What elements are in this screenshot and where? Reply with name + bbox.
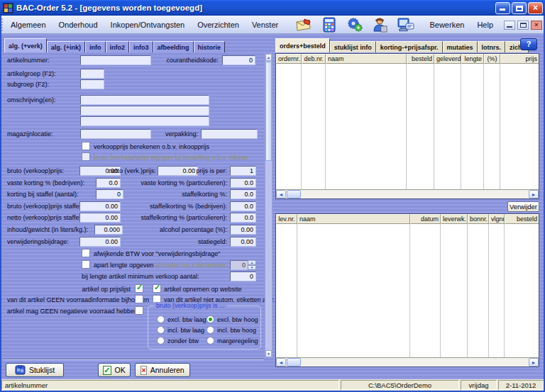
scroll-left-icon[interactable]: ◄ xyxy=(276,190,286,198)
stuklijst-button[interactable]: Stuklijst xyxy=(6,363,64,377)
tab-alg-ink[interactable]: alg. (+ink) xyxy=(47,41,85,52)
scroll-thumb[interactable] xyxy=(287,190,301,198)
apart-lengte-checkbox[interactable]: ✓ xyxy=(82,260,90,269)
col-besteld[interactable]: besteld xyxy=(407,54,434,64)
settings-gears-icon[interactable] xyxy=(346,16,364,33)
col-levnr[interactable]: lev.nr. xyxy=(276,214,297,224)
tab-info3[interactable]: info3 xyxy=(129,41,153,52)
scroll-down-icon[interactable]: ▼ xyxy=(265,350,272,357)
prijs-per-input[interactable] xyxy=(230,166,256,176)
radio-excl-btw-hoog[interactable] xyxy=(207,315,214,323)
col-naam[interactable]: naam xyxy=(297,214,410,224)
user-card-icon[interactable] xyxy=(371,16,390,33)
tab-lotnrs[interactable]: lotnrs. xyxy=(478,41,506,52)
verkoopprijs-berekenen-checkbox[interactable]: ✓ xyxy=(82,142,90,150)
orders-panel: orders+besteld stuklijst info korting-+p… xyxy=(274,34,545,379)
menu-algemeen[interactable]: Algemeen xyxy=(4,17,53,33)
minimize-icon[interactable] xyxy=(495,2,510,14)
col-besteld[interactable]: besteld xyxy=(505,214,539,224)
spin-up-icon[interactable]: ▴ xyxy=(248,260,256,265)
scroll-thumb[interactable] xyxy=(265,62,272,161)
ok-button[interactable]: ✓ OK xyxy=(98,363,131,377)
verpakking-input[interactable] xyxy=(201,129,258,139)
scroll-left-icon[interactable]: ◄ xyxy=(276,358,286,366)
tab-info2[interactable]: info2 xyxy=(106,41,130,52)
mdi-minimize-icon[interactable] xyxy=(504,21,515,30)
vaste-korting-particulieren-input[interactable] xyxy=(230,178,256,188)
tab-orders-besteld[interactable]: orders+besteld xyxy=(275,38,330,52)
staffelkorting-bedrijven-input[interactable] xyxy=(230,201,256,211)
inhoud-gewicht-label: inhoud/gewicht (in liters/kg.): xyxy=(7,226,88,233)
prijs-per-label: prijs is per: xyxy=(185,167,227,174)
alcohol-percentage-input[interactable] xyxy=(230,225,256,235)
scroll-thumb[interactable] xyxy=(287,358,301,366)
verwijder-button[interactable]: Verwijder xyxy=(507,201,539,212)
close-icon[interactable]: × xyxy=(528,2,543,14)
col-vlgnr[interactable]: vlgnr. xyxy=(489,214,505,224)
col-lengte[interactable]: lengte xyxy=(461,54,484,64)
courantheidskode-input[interactable] xyxy=(222,55,255,65)
omschrijving-input-2[interactable] xyxy=(80,106,209,116)
col-naam[interactable]: naam xyxy=(326,54,407,64)
tab-historie[interactable]: historie xyxy=(194,41,226,52)
radio-incl-btw-laag[interactable] xyxy=(157,326,165,334)
orders-hscrollbar[interactable]: ◄ ► xyxy=(276,189,539,198)
col-datum[interactable]: datum xyxy=(410,214,441,224)
radio-zonder-btw[interactable] xyxy=(157,337,165,345)
statiegeld-input[interactable] xyxy=(230,237,256,247)
help-button[interactable]: ? xyxy=(520,38,537,50)
annuleren-button[interactable]: × Annuleren xyxy=(135,363,190,377)
radio-margeregeling[interactable] xyxy=(207,337,214,345)
col-bonnr[interactable]: bonnr. xyxy=(468,214,489,224)
artikel-op-website-checkbox[interactable]: ✓ xyxy=(153,284,161,293)
geen-negatieve-voorraad-checkbox[interactable]: ✓ xyxy=(135,306,143,315)
tab-afbeelding[interactable]: afbeelding xyxy=(153,41,194,52)
menu-help[interactable]: Help xyxy=(470,17,500,33)
artikelgroep-label: artikelgroep (F2): xyxy=(7,70,56,77)
staffelkorting-input[interactable] xyxy=(230,189,256,199)
tab-mutaties[interactable]: mutaties xyxy=(443,41,478,52)
geen-voorraadinformatie-checkbox[interactable]: ✓ xyxy=(135,295,143,303)
calculator-icon[interactable] xyxy=(320,16,338,33)
bij-lengte-minimum-input[interactable] xyxy=(230,271,256,281)
menu-bewerken[interactable]: Bewerken xyxy=(423,17,470,33)
omschrijving-input-1[interactable] xyxy=(80,95,209,105)
tab-alg-verk[interactable]: alg. (+verk) xyxy=(4,38,47,52)
article-form-panel: alg. (+verk) alg. (+ink) info info2 info… xyxy=(1,34,274,379)
title-bar: BAC-Order 5.2 - [gegevens worden toegevo… xyxy=(0,0,545,16)
staffelkorting-particulieren-input[interactable] xyxy=(230,213,256,223)
artikelnummer-input[interactable] xyxy=(80,55,151,65)
artikelgroep-input[interactable] xyxy=(80,69,104,79)
artikel-op-prijslijst-checkbox[interactable]: ✓ xyxy=(135,284,143,293)
mdi-close-icon[interactable]: × xyxy=(531,21,542,30)
col-geleverd[interactable]: geleverd xyxy=(434,54,461,64)
col-debnr[interactable]: deb.nr. xyxy=(302,54,326,64)
scroll-right-icon[interactable]: ► xyxy=(529,358,539,366)
col-pct[interactable]: (%) xyxy=(484,54,500,64)
scroll-right-icon[interactable]: ► xyxy=(529,190,539,198)
afwijkende-btw-checkbox[interactable]: ✓ xyxy=(82,249,90,257)
tab-stuklijst-info[interactable]: stuklijst info xyxy=(330,41,376,52)
radio-incl-btw-hoog[interactable] xyxy=(207,326,214,334)
omschrijving-input-3[interactable] xyxy=(80,116,209,126)
col-ordernr[interactable]: ordernr. xyxy=(276,54,302,64)
menu-venster[interactable]: Venster xyxy=(246,17,285,33)
scroll-up-icon[interactable]: ▲ xyxy=(265,54,272,61)
mdi-restore-icon[interactable] xyxy=(517,21,529,30)
menu-onderhoud[interactable]: Onderhoud xyxy=(53,17,104,33)
radio-excl-btw-laag[interactable] xyxy=(157,315,165,323)
form-vertical-scrollbar[interactable]: ▲ ▼ xyxy=(265,53,272,358)
menu-inkopen-ontvangsten[interactable]: Inkopen/Ontvangsten xyxy=(104,17,192,33)
magazijnlocatie-input[interactable] xyxy=(80,129,151,139)
bestel-hscrollbar[interactable]: ◄ ► xyxy=(276,357,539,366)
tab-korting-prijsafspr[interactable]: korting-+prijsafspr. xyxy=(376,41,443,52)
maximize-icon[interactable] xyxy=(512,2,527,14)
col-leverwk[interactable]: leverwk. xyxy=(441,214,468,224)
menu-overzichten[interactable]: Overzichten xyxy=(191,17,246,33)
spin-down-icon[interactable]: ▾ xyxy=(248,265,256,270)
computer-chat-icon[interactable] xyxy=(397,16,415,33)
tab-info[interactable]: info xyxy=(85,41,106,52)
mail-icon[interactable] xyxy=(294,16,313,33)
subgroep-input[interactable] xyxy=(80,79,104,89)
col-prijs[interactable]: prijs xyxy=(500,54,539,64)
